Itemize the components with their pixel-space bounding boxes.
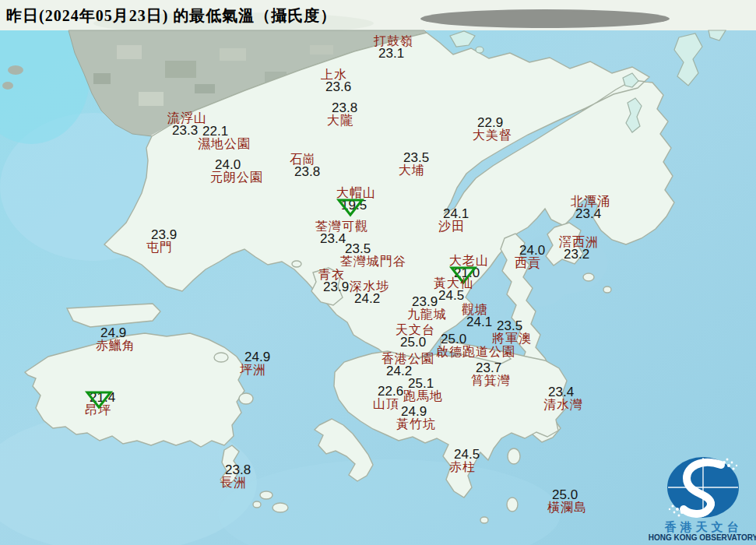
min-temperature-map: 昨日(2024年05月23日) 的最低氣溫（攝氏度） 打鼓嶺23.1上水23.6… [0, 0, 756, 545]
station-min-temp-value: 23.9 [323, 281, 349, 294]
station-name: 赤柱 [449, 461, 480, 473]
station-name: 橫瀾島 [547, 501, 587, 514]
station-name: 屯門 [146, 241, 177, 254]
station-name: 大埔 [399, 164, 429, 177]
station-min-temp-value: 24.9 [100, 327, 135, 339]
station-min-temp-value: 25.0 [400, 336, 435, 349]
hko-logo-emblem [651, 455, 756, 520]
lowest-temp-marker-icon [85, 389, 113, 410]
weather-station: 23.4清水灣 [543, 386, 583, 411]
station-name: 跑馬地 [403, 390, 443, 403]
station-min-temp-value: 24.0 [215, 159, 263, 171]
station-min-temp-value: 24.2 [354, 293, 389, 305]
weather-station: 24.9黃竹坑 [396, 406, 436, 431]
weather-station: 24.9赤鱲角 [96, 327, 135, 352]
weather-station: 24.0西貢 [515, 244, 545, 269]
weather-station: 23.5大埔 [399, 152, 429, 177]
station-name: 清水灣 [543, 399, 583, 411]
weather-station: 滘西洲23.2 [559, 236, 599, 261]
station-name: 大隴 [327, 114, 357, 127]
station-min-temp-value: 23.2 [564, 248, 599, 261]
weather-station: 北潭涌23.4 [571, 195, 610, 220]
weather-station: 上水23.6 [321, 69, 351, 93]
station-name: 筲箕灣 [471, 374, 511, 387]
weather-station: 24.9坪洲 [240, 351, 270, 376]
station-name: 啟德跑道公園 [436, 346, 515, 358]
station-min-temp-value: 23.5 [345, 243, 406, 255]
station-min-temp-value: 23.5 [403, 152, 429, 164]
station-min-temp-value: 23.6 [325, 81, 351, 93]
station-name: 濕地公園 [198, 138, 251, 150]
station-min-temp-value: 23.8 [332, 102, 357, 114]
station-name: 長洲 [220, 476, 251, 489]
station-name: 坪洲 [240, 364, 270, 376]
weather-station: 23.8長洲 [220, 464, 251, 489]
station-min-temp-value: 24.5 [454, 448, 480, 461]
weather-station: 25.1跑馬地 [403, 378, 443, 403]
weather-station: 23.8大隴 [327, 102, 357, 127]
stations-layer: 打鼓嶺23.1上水23.623.8大隴流浮山23.322.1濕地公園24.0元朗… [0, 0, 756, 545]
weather-station: 21.4昂坪 [85, 392, 115, 417]
weather-station: 打鼓嶺23.1 [374, 35, 413, 60]
station-min-temp-value: 22.9 [477, 117, 512, 129]
station-min-temp-value: 24.1 [443, 208, 469, 220]
station-name: 沙田 [438, 220, 469, 233]
weather-station: 23.9九龍城 [407, 296, 447, 321]
station-min-temp-value: 25.1 [408, 378, 443, 390]
station-min-temp-value: 23.5 [497, 320, 532, 332]
station-min-temp-value: 23.4 [548, 386, 583, 399]
weather-station: 天文台25.0 [396, 324, 435, 349]
station-min-temp-value: 22.6 [378, 385, 403, 398]
weather-station: 24.5赤柱 [449, 448, 480, 473]
weather-station: 23.7筲箕灣 [471, 362, 511, 387]
station-name: 將軍澳 [492, 332, 532, 345]
station-min-temp-value: 24.1 [466, 316, 492, 329]
station-min-temp-value: 23.4 [575, 208, 610, 220]
weather-station: 大帽山19.5 [336, 187, 376, 212]
lowest-temp-marker-icon [336, 197, 364, 217]
station-min-temp-value: 22.1 [202, 125, 251, 138]
weather-station: 24.0元朗公園 [210, 159, 263, 184]
station-name: 黃竹坑 [396, 418, 436, 431]
weather-station: 青衣23.9 [318, 269, 349, 294]
station-min-temp-value: 24.0 [519, 244, 545, 257]
weather-station: 23.5荃灣城門谷 [340, 243, 406, 268]
weather-station: 深水埗24.2 [350, 280, 389, 305]
weather-station: 25.0橫瀾島 [547, 489, 587, 514]
weather-station: 觀塘24.1 [462, 304, 492, 329]
station-name: 赤鱲角 [96, 339, 135, 352]
weather-station: 22.1濕地公園 [198, 125, 251, 150]
weather-station: 23.5將軍澳 [492, 320, 532, 345]
weather-station: 24.1沙田 [438, 208, 469, 233]
station-min-temp-value: 23.7 [476, 362, 511, 374]
weather-station: 23.9屯門 [146, 229, 177, 254]
station-name: 九龍城 [407, 308, 447, 321]
hko-logo: 香港天文台 HONG KONG OBSERVATORY [651, 455, 756, 545]
station-min-temp-value: 23.9 [151, 229, 177, 241]
hko-logo-name-en: HONG KONG OBSERVATORY [648, 533, 756, 542]
weather-station: 22.9大美督 [473, 117, 512, 142]
station-min-temp-value: 25.0 [552, 489, 587, 501]
station-name: 元朗公園 [210, 171, 263, 184]
station-min-temp-value: 24.9 [401, 406, 436, 418]
station-name: 西貢 [515, 257, 545, 269]
station-min-temp-value: 23.8 [294, 166, 320, 178]
station-min-temp-value: 24.9 [244, 351, 270, 364]
weather-station: 香港公園24.2 [382, 353, 434, 378]
station-name: 大美督 [473, 129, 512, 142]
station-min-temp-value: 23.9 [412, 296, 447, 308]
weather-station: 石崗23.8 [290, 153, 320, 178]
station-min-temp-value: 23.8 [225, 464, 251, 476]
station-name: 荃灣城門谷 [340, 255, 406, 268]
station-min-temp-value: 23.1 [378, 47, 413, 60]
